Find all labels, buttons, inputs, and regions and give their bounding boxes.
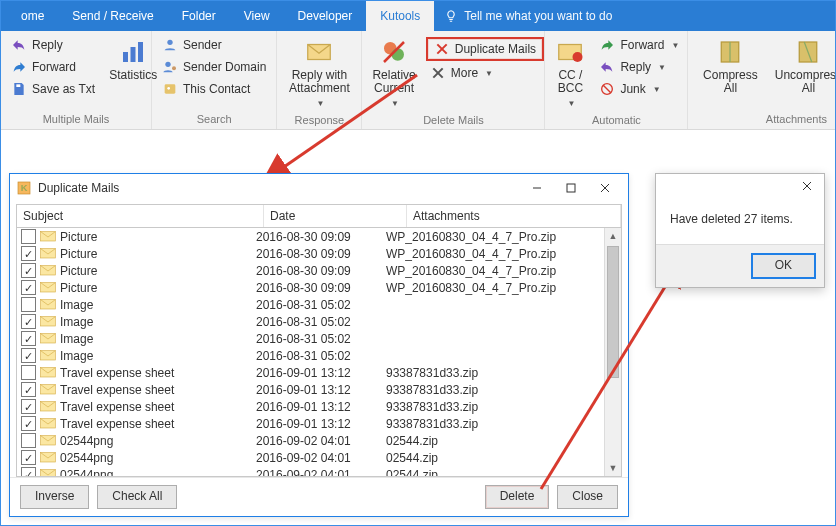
table-row[interactable]: Travel expense sheet2016-09-01 13:129338… bbox=[17, 398, 621, 415]
row-date: 2016-08-30 09:09 bbox=[256, 247, 386, 261]
mail-icon bbox=[40, 401, 56, 413]
close-dialog-button[interactable] bbox=[588, 177, 622, 199]
table-row[interactable]: Picture2016-08-30 09:09WP_20160830_04_4_… bbox=[17, 245, 621, 262]
col-attachments[interactable]: Attachments bbox=[407, 205, 621, 227]
table-row[interactable]: Travel expense sheet2016-09-01 13:129338… bbox=[17, 381, 621, 398]
table-row[interactable]: Picture2016-08-30 09:09WP_20160830_04_4_… bbox=[17, 279, 621, 296]
forward-button[interactable]: Forward bbox=[7, 57, 99, 77]
tab-send-receive[interactable]: Send / Receive bbox=[58, 1, 167, 31]
row-checkbox[interactable] bbox=[21, 433, 36, 448]
msgbox-close-button[interactable] bbox=[794, 175, 820, 197]
search-sender-domain-button[interactable]: Sender Domain bbox=[158, 57, 270, 77]
mail-icon bbox=[40, 469, 56, 477]
maximize-icon bbox=[566, 183, 576, 193]
svg-rect-28 bbox=[567, 184, 575, 192]
group-attachments: Attachments bbox=[694, 111, 836, 127]
mail-icon bbox=[40, 452, 56, 464]
reply-button[interactable]: Reply bbox=[7, 35, 99, 55]
auto-reply-label: Reply bbox=[620, 60, 651, 74]
row-date: 2016-08-30 09:09 bbox=[256, 230, 386, 244]
col-subject[interactable]: Subject bbox=[17, 205, 264, 227]
scroll-up-icon[interactable]: ▲ bbox=[605, 228, 621, 244]
tab-home[interactable]: ome bbox=[7, 1, 58, 31]
group-automatic: Automatic bbox=[551, 112, 681, 128]
relative-current-button[interactable]: Relative Current▼ bbox=[368, 35, 419, 112]
search-sender-button[interactable]: Sender bbox=[158, 35, 270, 55]
table-row[interactable]: 02544png2016-09-02 04:0102544.zip bbox=[17, 449, 621, 466]
row-subject: Image bbox=[60, 332, 256, 346]
vertical-scrollbar[interactable]: ▲ ▼ bbox=[604, 228, 621, 476]
table-row[interactable]: Image2016-08-31 05:02 bbox=[17, 296, 621, 313]
chevron-down-icon: ▼ bbox=[671, 41, 679, 50]
row-checkbox[interactable] bbox=[21, 450, 36, 465]
col-date[interactable]: Date bbox=[264, 205, 407, 227]
reply-label: Reply bbox=[32, 38, 63, 52]
auto-junk-button[interactable]: Junk▼ bbox=[595, 79, 683, 99]
tab-developer[interactable]: Developer bbox=[284, 1, 367, 31]
row-subject: Image bbox=[60, 349, 256, 363]
inverse-button[interactable]: Inverse bbox=[20, 485, 89, 509]
compress-all-button[interactable]: Compress All bbox=[694, 35, 766, 97]
cc-bcc-button[interactable]: CC / BCC▼ bbox=[551, 35, 589, 112]
row-checkbox[interactable] bbox=[21, 331, 36, 346]
uncompress-all-label: Uncompress All bbox=[775, 69, 836, 95]
table-row[interactable]: Picture2016-08-30 09:09WP_20160830_04_4_… bbox=[17, 262, 621, 279]
cc-bcc-icon bbox=[555, 37, 585, 67]
row-subject: Picture bbox=[60, 281, 256, 295]
reply-with-attachment-button[interactable]: Reply with Attachment▼ bbox=[283, 35, 355, 112]
row-attachment: 93387831d33.zip bbox=[386, 417, 617, 431]
table-row[interactable]: Image2016-08-31 05:02 bbox=[17, 347, 621, 364]
table-row[interactable]: Travel expense sheet2016-09-01 13:129338… bbox=[17, 364, 621, 381]
row-date: 2016-08-30 09:09 bbox=[256, 281, 386, 295]
maximize-button[interactable] bbox=[554, 177, 588, 199]
row-subject: 02544png bbox=[60, 434, 256, 448]
reply-icon bbox=[11, 37, 27, 53]
tab-kutools[interactable]: Kutools bbox=[366, 1, 434, 31]
duplicate-mails-button[interactable]: Duplicate Mails bbox=[426, 37, 544, 61]
table-row[interactable]: Travel expense sheet2016-09-01 13:129338… bbox=[17, 415, 621, 432]
row-checkbox[interactable] bbox=[21, 246, 36, 261]
row-checkbox[interactable] bbox=[21, 229, 36, 244]
row-checkbox[interactable] bbox=[21, 297, 36, 312]
auto-forward-button[interactable]: Forward▼ bbox=[595, 35, 683, 55]
delete-button[interactable]: Delete bbox=[485, 485, 550, 509]
row-checkbox[interactable] bbox=[21, 263, 36, 278]
row-checkbox[interactable] bbox=[21, 382, 36, 397]
cc-bcc-label: CC / BCC bbox=[555, 69, 585, 95]
row-checkbox[interactable] bbox=[21, 348, 36, 363]
auto-reply-button[interactable]: Reply▼ bbox=[595, 57, 683, 77]
check-all-button[interactable]: Check All bbox=[97, 485, 177, 509]
row-checkbox[interactable] bbox=[21, 314, 36, 329]
row-checkbox[interactable] bbox=[21, 365, 36, 380]
scroll-thumb[interactable] bbox=[607, 246, 619, 378]
tab-folder[interactable]: Folder bbox=[168, 1, 230, 31]
uncompress-all-button[interactable]: Uncompress All bbox=[772, 35, 836, 97]
row-checkbox[interactable] bbox=[21, 416, 36, 431]
table-row[interactable]: 02544png2016-09-02 04:0102544.zip bbox=[17, 466, 621, 476]
row-checkbox[interactable] bbox=[21, 399, 36, 414]
scroll-down-icon[interactable]: ▼ bbox=[605, 460, 621, 476]
list-header[interactable]: Subject Date Attachments bbox=[16, 204, 622, 228]
minimize-button[interactable] bbox=[520, 177, 554, 199]
svg-rect-3 bbox=[138, 42, 143, 62]
lightbulb-icon bbox=[444, 9, 458, 23]
search-this-contact-button[interactable]: This Contact bbox=[158, 79, 270, 99]
ribbon-tabstrip: ome Send / Receive Folder View Developer… bbox=[1, 1, 835, 31]
table-row[interactable]: Picture2016-08-30 09:09WP_20160830_04_4_… bbox=[17, 228, 621, 245]
more-delete-button[interactable]: More▼ bbox=[426, 63, 544, 83]
tab-view[interactable]: View bbox=[230, 1, 284, 31]
table-row[interactable]: Image2016-08-31 05:02 bbox=[17, 330, 621, 347]
svg-line-20 bbox=[603, 85, 611, 93]
close-button[interactable]: Close bbox=[557, 485, 618, 509]
save-as-txt-button[interactable]: Save as Txt bbox=[7, 79, 99, 99]
row-date: 2016-09-02 04:01 bbox=[256, 434, 386, 448]
row-checkbox[interactable] bbox=[21, 467, 36, 476]
table-row[interactable]: Image2016-08-31 05:02 bbox=[17, 313, 621, 330]
tell-me-search[interactable]: Tell me what you want to do bbox=[434, 1, 612, 31]
row-attachment: 93387831d33.zip bbox=[386, 383, 617, 397]
dialog-titlebar[interactable]: K Duplicate Mails bbox=[10, 174, 628, 202]
row-checkbox[interactable] bbox=[21, 280, 36, 295]
reply-icon bbox=[599, 59, 615, 75]
table-row[interactable]: 02544png2016-09-02 04:0102544.zip bbox=[17, 432, 621, 449]
msgbox-ok-button[interactable]: OK bbox=[751, 253, 816, 279]
